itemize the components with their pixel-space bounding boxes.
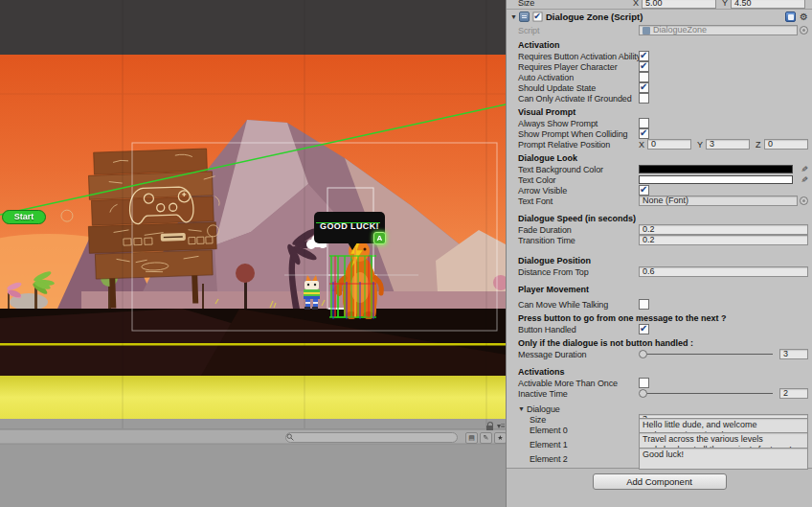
ground [0,309,506,419]
section-visual-prompt: Visual Prompt [507,107,812,118]
label-requires-button-activation-ability: Requires Button Activation Ability [518,52,641,61]
field-prompt-relative-position-x[interactable]: 0 [647,139,691,150]
script-field[interactable]: DialogueZone [639,25,798,35]
color-swatch-text-color[interactable] [639,175,793,184]
pen-icon[interactable]: ✎ [480,432,492,444]
component-enabled-checkbox[interactable] [532,12,542,21]
scene-canvas[interactable] [0,0,506,507]
row-prompt-relative-position: Prompt Relative PositionX0Y3Z0 [507,139,812,150]
object-field-text-font[interactable]: None (Font) [639,196,798,206]
value-column [639,128,808,139]
button-prompt-a[interactable]: A [373,232,386,244]
field-prompt-relative-position-z[interactable]: 0 [764,139,808,150]
label-auto-activation: Auto Activation [518,73,574,82]
checkbox-button-handled[interactable] [639,324,649,334]
field-transition-time[interactable]: 0.2 [639,235,808,245]
section-activation: Activation [507,40,812,51]
slider-message-duration[interactable] [640,354,773,355]
pane-menu-icon[interactable]: ▾≡ [497,422,506,431]
object-picker-icon[interactable] [800,26,808,35]
row-activable-more-than-once: Activable More Than Once [507,378,812,388]
label-text-background-color: Text Background Color [518,165,603,174]
value-column: 3 [639,349,808,359]
checkbox-requires-player-character[interactable] [639,61,649,72]
csharp-script-icon [519,12,530,22]
foldout-icon[interactable]: ▼ [518,405,527,412]
value-column: 0.6 [639,266,808,277]
checkbox-should-update-state[interactable] [639,82,649,93]
color-swatch-text-background-color[interactable] [639,165,793,173]
row-distance-from-top: Distance From Top0.6 [507,266,812,277]
value-column [639,61,808,72]
magnifier-icon [286,433,294,441]
scene-view[interactable]: Start GOOD LUCK! A ▤ ✎ ★ ▾≡ [0,0,506,507]
label-inactive-time: Inactive Time [518,389,568,399]
row-should-update-state: Should Update State [507,82,812,93]
label-dialogue: Dialogue [527,404,560,414]
eyedropper-icon[interactable]: ✎ [798,175,808,185]
row-requires-player-character: Requires Player Character [507,61,812,72]
field-message-duration[interactable]: 3 [779,349,808,359]
row-fade-duration: Fade Duration0.2 [507,224,812,235]
textarea-element-2[interactable]: Good luck! [639,448,808,470]
value-column [639,51,808,61]
label-element-0: Element 0 [530,425,568,435]
slider-handle[interactable] [639,389,647,398]
checkbox-can-only-activate-if-grounded[interactable] [639,93,649,104]
checkbox-activable-more-than-once[interactable] [639,378,649,388]
label-show-prompt-when-colliding: Show Prompt When Colliding [518,129,627,139]
eyedropper-icon[interactable]: ✎ [798,165,808,174]
section-dialogue-position: Dialogue Position [507,256,812,266]
help-book-icon[interactable] [785,12,796,22]
layers-icon[interactable]: ▤ [465,432,478,444]
row-always-show-prompt: Always Show Prompt [507,118,812,128]
row-requires-button-activation-ability: Requires Button Activation Ability [507,51,812,61]
value-column: X0Y3Z0 [639,139,808,150]
value-column [639,82,808,93]
size-label: Size [518,0,534,8]
value-column [639,72,808,82]
component-title: Dialogue Zone (Script) [546,12,785,22]
size-y-field[interactable]: 4.50 [731,0,805,9]
checkbox-arrow-visible[interactable] [639,185,649,196]
star-icon[interactable]: ★ [494,432,506,444]
row-dialogue: ▼Dialogue [507,403,812,414]
lock-icon[interactable] [486,426,493,430]
label-fade-duration: Fade Duration [518,225,572,235]
add-component-area: Add Component [507,469,812,507]
value-column [639,378,808,388]
label-always-show-prompt: Always Show Prompt [518,119,598,128]
label-requires-player-character: Requires Player Character [518,62,618,72]
script-file-icon [643,27,650,35]
add-component-button[interactable]: Add Component [593,473,727,490]
field-inactive-time[interactable]: 2 [779,388,808,399]
size-x-label: X [633,0,642,8]
value-column: ✎ [639,174,808,185]
label-text-color: Text Color [518,175,556,185]
component-header[interactable]: ▼ Dialogue Zone (Script) ⚙ [507,9,812,24]
value-column: Good luck! [639,453,808,464]
size-y-label: Y [722,0,731,8]
axis-label-x: X [639,140,647,150]
row-transition-time: Transition Time0.2 [507,235,812,245]
axis-label-y: Y [697,140,706,150]
scene-outside-band [0,0,506,55]
field-distance-from-top[interactable]: 0.6 [639,266,808,277]
slider-handle[interactable] [639,350,647,358]
object-picker-icon[interactable] [800,196,808,205]
dialogue-zone-gizmo-line [316,222,380,223]
checkbox-can-move-while-talking[interactable] [639,299,649,310]
foldout-icon[interactable]: ▼ [510,13,519,20]
field-prompt-relative-position-y[interactable]: 3 [706,139,750,150]
section-player-movement: Player Movement [507,285,812,295]
value-column: 2 [639,388,808,399]
gear-icon[interactable]: ⚙ [800,12,808,22]
start-waypoint-label[interactable]: Start [2,210,46,224]
label-can-move-while-talking: Can Move While Talking [518,300,608,310]
section-press-button-to-go-from-one-message-to-the-next: Press button to go from one message to t… [507,313,812,324]
size-x-field[interactable]: 5.00 [642,0,716,9]
field-fade-duration[interactable]: 0.2 [639,224,808,235]
checkbox-show-prompt-when-colliding[interactable] [639,128,649,139]
search-input[interactable] [285,432,458,443]
slider-inactive-time[interactable] [640,393,773,394]
